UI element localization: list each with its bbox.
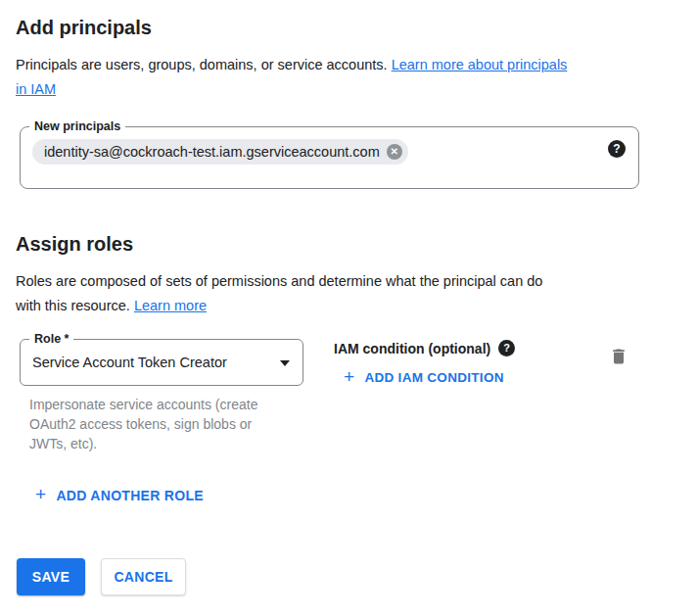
role-selected-value: Service Account Token Creator	[32, 355, 227, 370]
dropdown-arrow-icon	[280, 360, 290, 366]
chip-remove-icon[interactable]: ✕	[387, 144, 402, 160]
role-label: Role *	[29, 331, 73, 347]
role-select[interactable]: Role * Service Account Token Creator	[20, 339, 303, 386]
intro-text: Principals are users, groups, domains, o…	[16, 53, 662, 102]
principal-chip-label: identity-sa@cockroach-test.iam.gservicea…	[44, 144, 380, 160]
delete-role-column	[609, 339, 628, 370]
save-button[interactable]: SAVE	[17, 558, 85, 595]
add-iam-condition-label: ADD IAM CONDITION	[364, 370, 503, 385]
new-principals-label: New principals	[29, 118, 125, 134]
new-principals-help-icon[interactable]: ?	[608, 140, 626, 158]
plus-icon: +	[344, 367, 354, 386]
iam-condition-column: IAM condition (optional) ? + ADD IAM CON…	[334, 339, 515, 386]
add-another-role-button[interactable]: + ADD ANOTHER ROLE	[35, 487, 698, 503]
intro-text-static: Principals are users, groups, domains, o…	[16, 57, 392, 72]
role-helper-text: Impersonate service accounts (create OAu…	[29, 395, 303, 453]
principal-chip: identity-sa@cockroach-test.iam.gservicea…	[32, 139, 408, 165]
role-row: Role * Service Account Token Creator Imp…	[16, 339, 698, 453]
assign-roles-title: Assign roles	[16, 232, 698, 256]
iam-condition-label: IAM condition (optional)	[334, 341, 490, 356]
cancel-button[interactable]: CANCEL	[101, 558, 186, 595]
dialog-actions: SAVE CANCEL	[17, 558, 698, 595]
add-another-role-label: ADD ANOTHER ROLE	[56, 488, 204, 503]
assign-roles-description: Roles are composed of sets of permission…	[16, 269, 662, 318]
iam-condition-help-icon[interactable]: ?	[498, 340, 515, 356]
add-principals-panel: Add principals Principals are users, gro…	[0, 0, 698, 595]
iam-condition-label-row: IAM condition (optional) ?	[334, 340, 515, 356]
trash-icon	[609, 347, 628, 366]
delete-role-button[interactable]	[609, 347, 628, 366]
page-title: Add principals	[16, 16, 698, 39]
learn-more-link[interactable]: Learn more	[134, 298, 207, 313]
add-iam-condition-button[interactable]: + ADD IAM CONDITION	[344, 369, 515, 386]
role-column: Role * Service Account Token Creator Imp…	[20, 339, 307, 453]
plus-icon: +	[35, 485, 46, 503]
new-principals-input[interactable]: New principals identity-sa@cockroach-tes…	[20, 126, 639, 189]
